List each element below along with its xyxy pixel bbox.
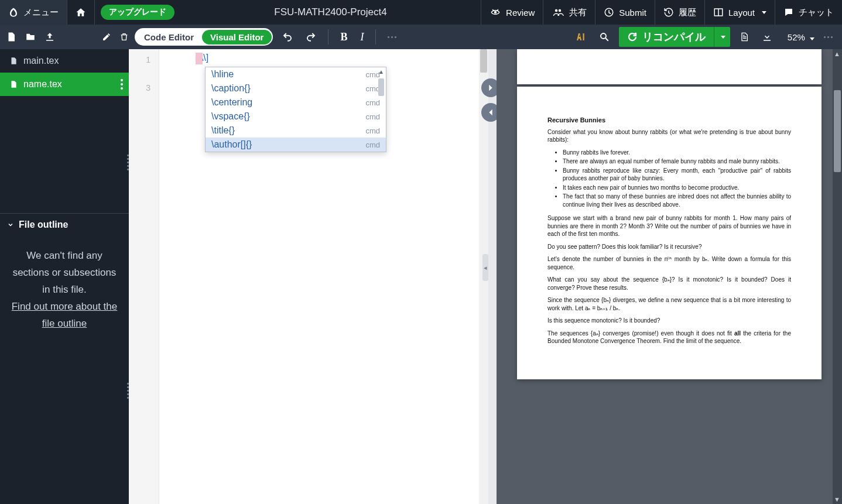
file-icon <box>9 80 18 89</box>
arrow-right-icon <box>486 83 495 92</box>
pdf-text: Do you see pattern? Does this look famil… <box>547 243 791 251</box>
new-folder-button[interactable] <box>25 32 36 42</box>
pdf-text: Is this sequence monotonic? Is it bounde… <box>547 317 791 325</box>
upgrade-button[interactable]: アップグレード <box>101 5 174 20</box>
autocomplete-item[interactable]: \hlinecmd <box>206 67 386 81</box>
review-label: Review <box>506 8 535 18</box>
editor-area: 1 3 \[\\] \hlinecmd \caption{}cmd \cente… <box>129 49 842 504</box>
download-button[interactable] <box>758 28 776 46</box>
file-name: name.tex <box>23 79 62 90</box>
svg-line-7 <box>605 38 608 41</box>
ai-icon <box>574 32 586 42</box>
delete-button[interactable] <box>119 32 129 42</box>
outline-help-link[interactable]: Find out more about the file outline <box>12 301 118 329</box>
svg-point-2 <box>559 9 562 12</box>
pane-divider[interactable]: ◂ ▸ <box>488 49 497 504</box>
autocomplete-item[interactable]: \centeringcmd <box>206 95 386 109</box>
file-tree: main.tex name.tex <box>0 49 129 96</box>
zoom-level[interactable]: 52% <box>788 32 814 42</box>
submit-label: Submit <box>619 8 646 18</box>
pdf-text: Consider what you know about bunny rabbi… <box>547 128 791 144</box>
upload-button[interactable] <box>45 32 55 42</box>
autocomplete-item[interactable]: \vspace{}cmd <box>206 109 386 124</box>
overleaf-logo-icon <box>8 7 19 18</box>
submit-icon <box>604 7 614 18</box>
ai-button[interactable] <box>571 28 590 46</box>
file-outline-header[interactable]: File outline <box>0 213 129 236</box>
pdf-bullet: Bunny rabbits reproduce like crazy: Ever… <box>563 167 791 183</box>
pdf-text: Since the sequence {bₙ} diverges, we def… <box>547 296 791 312</box>
download-icon <box>762 32 772 42</box>
autocomplete-popup: \hlinecmd \caption{}cmd \centeringcmd \v… <box>205 67 386 152</box>
pdf-page-previous <box>517 49 822 84</box>
autocomplete-item-selected[interactable]: \author[]{}cmd <box>206 138 386 152</box>
layout-icon <box>713 7 724 18</box>
scroll-thumb[interactable] <box>378 78 384 96</box>
pdf-more-button[interactable] <box>820 33 836 42</box>
code-content[interactable]: \[\\] \hlinecmd \caption{}cmd \centering… <box>159 49 479 504</box>
arrow-left-icon <box>486 108 495 117</box>
history-icon <box>663 7 674 18</box>
search-button[interactable] <box>595 28 613 46</box>
file-row-name[interactable]: name.tex <box>0 73 129 96</box>
file-icon <box>9 56 18 66</box>
autocomplete-item[interactable]: \title{}cmd <box>206 124 386 138</box>
new-file-button[interactable] <box>6 31 16 43</box>
redo-button[interactable] <box>302 28 320 46</box>
menu-button[interactable]: メニュー <box>0 0 67 25</box>
trash-icon <box>119 32 129 42</box>
rename-button[interactable] <box>102 32 111 42</box>
pdf-bullet: There are always an equal number of fema… <box>563 157 791 166</box>
undo-button[interactable] <box>279 28 296 46</box>
autocomplete-item[interactable]: \caption{}cmd <box>206 81 386 95</box>
error-highlight <box>196 53 203 64</box>
scroll-up-icon: ▲ <box>834 50 840 57</box>
project-title[interactable]: FSU-MATH2400-Project4 <box>180 6 481 18</box>
italic-button[interactable]: I <box>357 28 367 47</box>
pdf-text: The sequences {aₙ} converges (promise!) … <box>547 330 791 345</box>
pdf-scrollbar[interactable]: ▲ ▼ <box>833 49 842 504</box>
history-button[interactable]: 履歴 <box>655 0 704 25</box>
recompile-options-button[interactable] <box>714 27 730 47</box>
share-label: 共有 <box>569 7 587 18</box>
ellipsis-icon <box>824 36 833 38</box>
home-button[interactable] <box>67 0 94 25</box>
submit-button[interactable]: Submit <box>595 0 655 25</box>
chat-button[interactable]: チャット <box>775 0 842 25</box>
ellipsis-icon <box>388 36 396 38</box>
review-button[interactable]: Review <box>481 0 543 25</box>
recompile-label: リコンパイル <box>642 30 706 44</box>
autocomplete-scrollbar[interactable]: ▲ <box>378 68 385 150</box>
refresh-icon <box>627 32 638 42</box>
code-editor-tab[interactable]: Code Editor <box>136 30 202 44</box>
recompile-button[interactable]: リコンパイル <box>619 27 714 47</box>
main-area: main.tex name.tex File outline We can't … <box>0 49 842 504</box>
scroll-thumb[interactable] <box>834 90 841 172</box>
pdf-page: Recursive Bunnies Consider what you know… <box>517 87 822 379</box>
toolbar: Code Editor Visual Editor B I リコンパイル 52% <box>0 25 842 49</box>
bold-button[interactable]: B <box>337 28 351 47</box>
file-menu-button[interactable] <box>121 79 123 90</box>
code-editor-pane[interactable]: 1 3 \[\\] \hlinecmd \caption{}cmd \cente… <box>129 49 488 504</box>
folder-icon <box>25 32 36 42</box>
home-icon <box>76 7 86 18</box>
svg-point-6 <box>601 33 606 39</box>
chat-label: チャット <box>799 7 834 18</box>
pdf-bullet: Bunny rabbits live forever. <box>563 149 791 157</box>
layout-button[interactable]: Layout <box>705 0 775 25</box>
outline-title: File outline <box>19 220 68 230</box>
file-icon <box>6 31 16 43</box>
pdf-preview-pane[interactable]: Recursive Bunnies Consider what you know… <box>497 49 842 504</box>
scroll-thumb[interactable] <box>480 49 487 73</box>
logs-button[interactable] <box>736 28 752 46</box>
file-row-main[interactable]: main.tex <box>0 49 129 73</box>
share-button[interactable]: 共有 <box>543 0 595 25</box>
pencil-icon <box>102 32 111 42</box>
visual-editor-tab[interactable]: Visual Editor <box>202 30 272 44</box>
svg-point-0 <box>495 12 497 13</box>
pdf-bullet-list: Bunny rabbits live forever. There are al… <box>563 149 791 209</box>
history-label: 履歴 <box>679 7 696 18</box>
more-formatting-button[interactable] <box>384 33 400 42</box>
scroll-up-icon: ▲ <box>378 68 384 75</box>
collapse-left-handle[interactable]: ◂ <box>482 254 488 281</box>
